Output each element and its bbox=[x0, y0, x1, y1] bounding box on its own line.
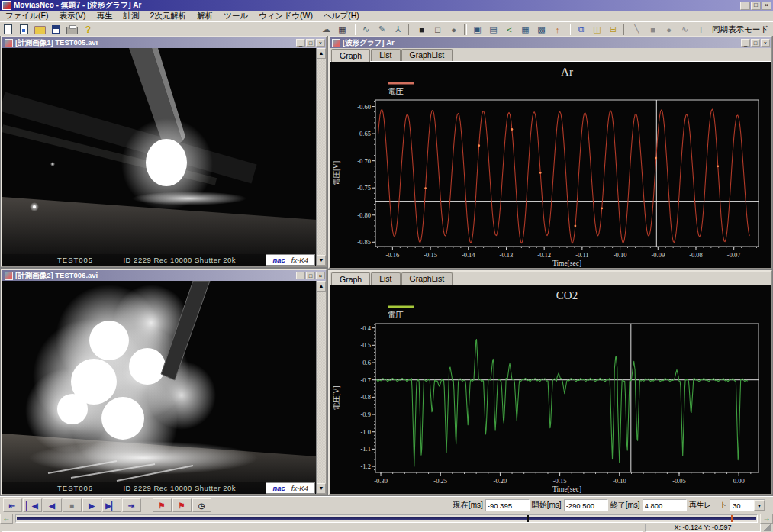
window-icon: ▣ bbox=[473, 24, 481, 34]
video1-maximize-button[interactable]: □ bbox=[306, 39, 315, 47]
graph-minimize-button[interactable]: _ bbox=[741, 39, 750, 47]
new-document-icon[interactable] bbox=[1, 23, 16, 36]
time-fields: 現在[ms] 開始[ms] 終了[ms] 再生レート 30 ▼ bbox=[453, 499, 765, 511]
timer-button[interactable]: ◷ bbox=[192, 498, 211, 512]
save-icon[interactable] bbox=[49, 23, 64, 36]
dot-icon[interactable]: ● bbox=[446, 23, 462, 36]
print-icon[interactable] bbox=[65, 23, 80, 36]
marker-end-button[interactable]: ⚑ bbox=[172, 498, 192, 512]
graph-window-title: [波形グラフ] Ar bbox=[343, 38, 741, 48]
video1-minimize-button[interactable]: _ bbox=[296, 39, 305, 47]
menu-item-6[interactable]: ツール bbox=[218, 11, 253, 21]
stop-button[interactable]: ■ bbox=[63, 498, 82, 512]
svg-text:-0.8: -0.8 bbox=[361, 393, 371, 401]
rect-tool-icon: ■ bbox=[650, 25, 655, 34]
menu-item-2[interactable]: 再生 bbox=[91, 11, 118, 21]
tab-graphlist[interactable]: GraphList bbox=[401, 272, 453, 285]
video2-scrollbar[interactable]: ▲ ▼ bbox=[316, 281, 326, 494]
menu-item-4[interactable]: 2次元解析 bbox=[144, 11, 192, 21]
upload-icon[interactable]: ☁ bbox=[319, 23, 334, 36]
current-time-field[interactable] bbox=[485, 499, 530, 511]
text-tool-icon[interactable]: T bbox=[694, 23, 709, 36]
scroll-up-icon[interactable]: ▲ bbox=[317, 281, 326, 292]
video2-minimize-button[interactable]: _ bbox=[296, 272, 305, 279]
menu-item-5[interactable]: 解析 bbox=[192, 11, 218, 21]
new-graph-document-icon[interactable] bbox=[17, 23, 32, 36]
video1-titlebar[interactable]: [計測画像1] TEST005.avi _ □ × bbox=[2, 37, 326, 48]
svg-text:-0.07: -0.07 bbox=[727, 251, 741, 259]
timeline-right-button[interactable]: → bbox=[760, 514, 773, 524]
line-tool-icon[interactable]: ╲ bbox=[630, 23, 645, 36]
rect-tool-icon[interactable]: ■ bbox=[646, 23, 661, 36]
tab-graph[interactable]: Graph bbox=[331, 272, 370, 285]
play-rate-select[interactable]: 30 ▼ bbox=[730, 499, 765, 511]
scroll-up-icon[interactable]: ▲ bbox=[317, 48, 326, 59]
start-time-field[interactable] bbox=[564, 499, 608, 511]
play-button[interactable]: ▶ bbox=[82, 498, 101, 512]
start-time-label: 開始[ms] bbox=[532, 500, 562, 511]
video2-titlebar[interactable]: [計測画像2] TEST006.avi _ □ × bbox=[2, 270, 326, 281]
graph-close-button[interactable]: × bbox=[761, 39, 770, 47]
graph-edit-icon[interactable]: ✎ bbox=[375, 23, 390, 36]
svg-text:-0.13: -0.13 bbox=[500, 251, 514, 259]
video2-close-button[interactable]: × bbox=[316, 272, 325, 279]
up-arrow-icon: ↑ bbox=[556, 25, 560, 34]
svg-text:-0.10: -0.10 bbox=[613, 477, 626, 485]
menu-item-3[interactable]: 計測 bbox=[118, 11, 144, 21]
jump-first-button[interactable]: ⇤ bbox=[3, 498, 22, 512]
end-time-field[interactable] bbox=[643, 499, 687, 511]
menu-item-7[interactable]: ウィンドウ(W) bbox=[253, 11, 318, 21]
open-file-icon[interactable] bbox=[33, 23, 48, 36]
application-window: MoviasNeo - 無題7 - [波形グラフ] Ar _ □ × ファイル(… bbox=[0, 0, 773, 532]
step-back-button[interactable]: ▏◀ bbox=[23, 498, 42, 512]
window-icon[interactable]: ▣ bbox=[470, 23, 485, 36]
timeline-thumb[interactable] bbox=[527, 515, 529, 522]
menu-item-0[interactable]: ファイル(F) bbox=[0, 11, 53, 21]
help-icon[interactable]: ? bbox=[81, 23, 96, 36]
black-rect-icon[interactable]: ■ bbox=[414, 23, 430, 36]
scroll-down-icon[interactable]: ▼ bbox=[317, 255, 326, 266]
graph-window-icon[interactable]: ∿ bbox=[359, 23, 374, 36]
memory-grid-icon: ▦ bbox=[338, 24, 346, 34]
menu-item-8[interactable]: ヘルプ(H) bbox=[318, 11, 365, 21]
jump-last-button[interactable]: ⇥ bbox=[122, 498, 141, 512]
ellipse-tool-icon[interactable]: ● bbox=[662, 23, 677, 36]
video2-maximize-button[interactable]: □ bbox=[306, 272, 315, 279]
movie-icon[interactable]: ▤ bbox=[486, 23, 501, 36]
video1-scrollbar[interactable]: ▲ ▼ bbox=[316, 48, 326, 266]
tab-graph[interactable]: Graph bbox=[331, 49, 370, 62]
menu-item-1[interactable]: 表示(V) bbox=[53, 11, 91, 21]
data-table-icon[interactable]: ▦ bbox=[518, 23, 533, 36]
angle-measure-icon[interactable]: < bbox=[502, 23, 517, 36]
cascade-windows-icon[interactable]: ⧉ bbox=[574, 23, 589, 36]
trace-icon[interactable]: ▩ bbox=[534, 23, 549, 36]
tile-horizontal-icon[interactable]: ⊟ bbox=[606, 23, 621, 36]
new-graph-document-icon bbox=[20, 24, 28, 34]
tile-vertical-icon[interactable]: ◫ bbox=[590, 23, 605, 36]
resize-grip[interactable] bbox=[762, 524, 771, 531]
tab-list[interactable]: List bbox=[371, 49, 400, 61]
new-document-icon bbox=[4, 24, 12, 34]
play-reverse-button[interactable]: ◀ bbox=[43, 498, 62, 512]
timeline-track[interactable] bbox=[15, 514, 758, 523]
play-rate-label: 再生レート bbox=[689, 500, 727, 511]
chevron-down-icon[interactable]: ▼ bbox=[754, 500, 765, 511]
white-rect-icon[interactable]: □ bbox=[430, 23, 446, 36]
tab-graphlist[interactable]: GraphList bbox=[401, 49, 453, 61]
minimize-button[interactable]: _ bbox=[740, 2, 750, 10]
brand-nac-label: nac bbox=[272, 256, 285, 264]
step-forward-button[interactable]: ▶▏ bbox=[102, 498, 121, 512]
video1-close-button[interactable]: × bbox=[316, 39, 325, 47]
scroll-down-icon[interactable]: ▼ bbox=[317, 483, 326, 494]
timeline-left-button[interactable]: ← bbox=[0, 514, 13, 524]
close-button[interactable]: × bbox=[762, 2, 771, 10]
stick-figure-icon[interactable]: ⅄ bbox=[391, 23, 406, 36]
memory-grid-icon[interactable]: ▦ bbox=[335, 23, 350, 36]
marker-start-button[interactable]: ⚑ bbox=[153, 498, 172, 512]
graph-titlebar[interactable]: [波形グラフ] Ar _ □ × bbox=[330, 37, 771, 48]
graph-maximize-button[interactable]: □ bbox=[751, 39, 760, 47]
tab-list[interactable]: List bbox=[371, 272, 400, 285]
maximize-button[interactable]: □ bbox=[751, 2, 761, 10]
up-arrow-icon[interactable]: ↑ bbox=[550, 23, 565, 36]
curve-tool-icon[interactable]: ∿ bbox=[678, 23, 693, 36]
